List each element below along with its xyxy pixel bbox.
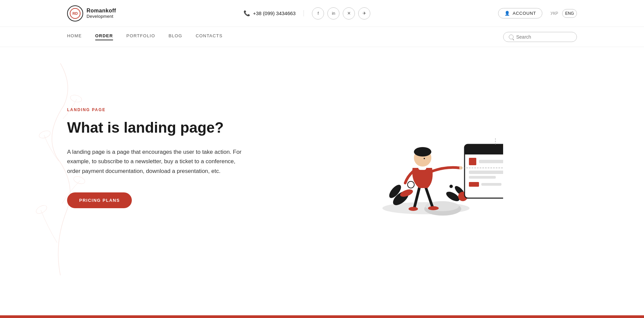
social-icons: f in ✕ ✈	[312, 7, 370, 19]
svg-rect-32	[469, 182, 479, 187]
nav-home[interactable]: HOME	[67, 33, 82, 40]
nav-links: HOME ORDER PORTFOLIO BLOG CONTACTS	[67, 33, 223, 40]
search-icon	[509, 35, 514, 39]
top-center: 📞 +38 (099) 3434663 f in ✕ ✈	[244, 7, 370, 19]
nav-contacts[interactable]: CONTACTS	[196, 33, 222, 40]
pricing-plans-button[interactable]: PRICING PLANS	[67, 192, 132, 208]
nav-blog[interactable]: BLOG	[168, 33, 182, 40]
svg-rect-28	[479, 160, 503, 163]
svg-point-12	[408, 181, 414, 188]
svg-point-0	[35, 204, 48, 215]
lang-switch: УКР ENG	[548, 9, 577, 18]
hero-illustration	[275, 94, 577, 222]
linkedin-icon[interactable]: in	[327, 7, 339, 19]
twitter-icon[interactable]: ✕	[343, 7, 355, 19]
logo-emblem: RD	[67, 5, 83, 21]
search-box[interactable]	[503, 32, 577, 42]
account-label: ACCOUNT	[513, 11, 536, 16]
telegram-icon[interactable]: ✈	[358, 7, 370, 19]
phone-icon: 📞	[244, 10, 250, 16]
facebook-icon[interactable]: f	[312, 7, 324, 19]
nav-order[interactable]: ORDER	[95, 33, 113, 40]
hero-content: LANDING PAGE What is landing page? A lan…	[67, 107, 275, 208]
nav-portfolio[interactable]: PORTFOLIO	[126, 33, 155, 40]
svg-point-22	[424, 158, 425, 159]
lang-ukr-button[interactable]: УКР	[548, 9, 561, 18]
svg-point-17	[409, 207, 418, 211]
search-input[interactable]	[516, 34, 571, 40]
lang-eng-button[interactable]: ENG	[562, 9, 577, 18]
phone-number: +38 (099) 3434663	[253, 10, 296, 16]
top-right: 👤 ACCOUNT УКР ENG	[498, 8, 577, 18]
nav-bar: HOME ORDER PORTFOLIO BLOG CONTACTS	[0, 27, 644, 47]
phone-area: 📞 +38 (099) 3434663	[244, 10, 304, 16]
logo[interactable]: RD Romankoff Development	[67, 5, 116, 21]
account-person-icon: 👤	[504, 11, 510, 16]
svg-point-3	[69, 94, 83, 103]
illustration-svg	[349, 94, 503, 222]
account-button[interactable]: 👤 ACCOUNT	[498, 8, 543, 18]
svg-point-14	[449, 185, 453, 188]
logo-initials: RD	[70, 8, 80, 19]
top-bar: RD Romankoff Development 📞 +38 (099) 343…	[0, 0, 644, 27]
svg-point-2	[38, 129, 52, 139]
hero-description: A landing page is a page that encourages…	[67, 147, 245, 177]
hero-section: LANDING PAGE What is landing page? A lan…	[0, 47, 644, 275]
logo-sub: Development	[87, 14, 116, 19]
svg-rect-26	[465, 150, 503, 154]
svg-rect-33	[481, 183, 501, 186]
bottom-bar	[0, 315, 644, 318]
svg-rect-30	[469, 171, 503, 174]
svg-rect-31	[469, 176, 496, 179]
svg-rect-27	[469, 158, 476, 165]
svg-point-21	[414, 147, 431, 156]
hero-title: What is landing page?	[67, 119, 275, 137]
page-label: LANDING PAGE	[67, 107, 275, 112]
svg-point-18	[428, 206, 439, 210]
logo-text: Romankoff Development	[87, 7, 116, 19]
logo-brand: Romankoff	[87, 7, 116, 14]
